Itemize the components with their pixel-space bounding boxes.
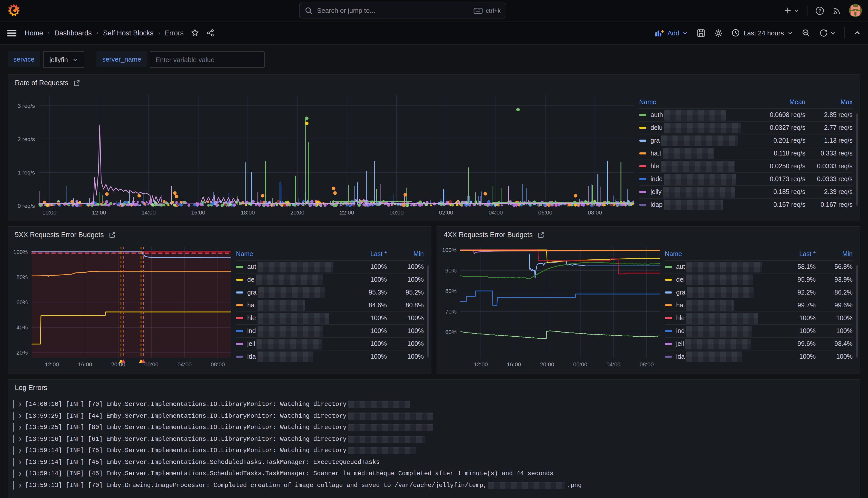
expand-log-icon[interactable]: ❯ bbox=[18, 413, 25, 419]
search-input[interactable]: Search or jump to... ctrl+k bbox=[299, 3, 506, 18]
breadcrumb-item[interactable]: Self Host Blocks bbox=[103, 29, 153, 37]
rate-of-requests-chart[interactable]: 0 req/s1 req/s2 req/s3 req/s10:0012:0014… bbox=[8, 91, 639, 219]
save-dashboard-button[interactable] bbox=[697, 28, 705, 37]
add-panel-button[interactable]: Add bbox=[655, 29, 688, 37]
log-line[interactable]: ❯[13:59:14] [INF] [45] Emby.Server.Imple… bbox=[11, 468, 855, 480]
legend-series-gra[interactable]: gra bbox=[639, 134, 750, 147]
log-line[interactable]: ❯[13:59:14] [INF] [45] Emby.Server.Imple… bbox=[11, 456, 855, 468]
legend-column-header[interactable]: Name bbox=[236, 249, 350, 260]
avatar[interactable] bbox=[849, 4, 862, 17]
legend-series-hle[interactable]: hle bbox=[639, 160, 750, 172]
legend-series-de[interactable]: de bbox=[236, 273, 350, 286]
svg-text:00:00: 00:00 bbox=[573, 361, 587, 368]
legend-series-aut[interactable]: aut bbox=[236, 260, 350, 273]
svg-text:08:00: 08:00 bbox=[639, 361, 654, 368]
legend-column-header[interactable]: Last * bbox=[779, 249, 816, 260]
5xx-error-budgets-chart[interactable]: 20%40%60%80%100%12:0016:0020:0000:0004:0… bbox=[8, 243, 236, 371]
svg-text:10:00: 10:00 bbox=[42, 209, 56, 216]
legend-series-gra[interactable]: gra bbox=[665, 286, 779, 299]
zoom-out-button[interactable] bbox=[802, 28, 811, 37]
log-line[interactable]: ❯[14:00:10] [INF] [70] Emby.Server.Imple… bbox=[11, 399, 855, 410]
variable-service-value-dropdown[interactable]: jellyfin bbox=[43, 51, 84, 68]
series-color-swatch-icon bbox=[236, 317, 243, 319]
legend-column-header[interactable]: Name bbox=[665, 249, 779, 260]
legend-series-ldap[interactable]: ldap bbox=[639, 198, 750, 211]
legend-series-hle[interactable]: hle bbox=[236, 312, 350, 324]
legend-scrollbar[interactable] bbox=[856, 114, 858, 206]
expand-log-icon[interactable]: ❯ bbox=[18, 471, 25, 477]
log-line[interactable]: ❯[13:59:16] [INF] [61] Emby.Server.Imple… bbox=[11, 433, 855, 445]
share-button[interactable] bbox=[206, 29, 214, 37]
legend-column-header[interactable]: Max bbox=[805, 97, 853, 108]
series-name: de bbox=[247, 276, 254, 283]
help-icon[interactable]: ? bbox=[815, 6, 824, 15]
redacted-text bbox=[348, 424, 433, 431]
expand-log-icon[interactable]: ❯ bbox=[18, 448, 25, 454]
legend-series-ha.[interactable]: ha. bbox=[665, 299, 779, 312]
expand-log-icon[interactable]: ❯ bbox=[18, 436, 25, 442]
legend-series-lda[interactable]: lda bbox=[236, 350, 350, 363]
legend-series-hle[interactable]: hle bbox=[665, 312, 779, 324]
search-shortcut: ctrl+k bbox=[486, 7, 501, 14]
legend-column-header[interactable]: Name bbox=[639, 97, 750, 108]
log-line[interactable]: ❯[13:59:25] [INF] [44] Emby.Server.Imple… bbox=[11, 410, 855, 422]
log-line[interactable]: ❯[13:59:14] [INF] [75] Emby.Server.Imple… bbox=[11, 445, 855, 456]
legend-scrollbar[interactable] bbox=[427, 265, 429, 358]
favorite-star-button[interactable] bbox=[191, 29, 199, 37]
expand-log-icon[interactable]: ❯ bbox=[18, 402, 25, 408]
legend-series-jell[interactable]: jell bbox=[236, 337, 350, 350]
redacted-text bbox=[256, 274, 323, 285]
clock-icon bbox=[732, 29, 740, 37]
legend-series-gra[interactable]: gra bbox=[236, 286, 350, 299]
legend-series-auth[interactable]: auth bbox=[639, 108, 750, 121]
legend-column-header[interactable]: Min bbox=[816, 249, 853, 260]
legend-series-ind[interactable]: ind bbox=[665, 324, 779, 337]
legend-column-header[interactable]: Mean bbox=[750, 97, 805, 108]
breadcrumb-item[interactable]: Dashboards bbox=[54, 29, 92, 37]
legend-value: 0.167 req/s bbox=[750, 198, 805, 211]
legend-value: 58.1% bbox=[779, 260, 816, 273]
breadcrumb-item[interactable]: Errors bbox=[165, 29, 184, 37]
chevron-down-icon bbox=[787, 30, 793, 36]
legend-series-aut[interactable]: aut bbox=[665, 260, 779, 273]
time-range-picker[interactable]: Last 24 hours bbox=[732, 29, 793, 37]
legend-series-lda[interactable]: lda bbox=[665, 350, 779, 363]
grafana-logo-icon[interactable] bbox=[6, 4, 22, 17]
refresh-button[interactable] bbox=[819, 28, 836, 37]
legend-series-del[interactable]: del bbox=[665, 273, 779, 286]
legend-series-jell[interactable]: jell bbox=[665, 337, 779, 350]
legend-series-delu[interactable]: delu bbox=[639, 121, 750, 134]
legend-series-jelly[interactable]: jelly bbox=[639, 185, 750, 198]
legend-scrollbar[interactable] bbox=[856, 265, 858, 358]
panel-5xx-error-budgets: 5XX Requests Error Budgets 20%40%60%80%1… bbox=[8, 226, 431, 374]
legend-series-ha.[interactable]: ha. bbox=[236, 299, 350, 312]
news-rss-icon[interactable] bbox=[832, 6, 841, 15]
legend-column-header[interactable]: Min bbox=[387, 249, 424, 260]
external-link-icon[interactable] bbox=[73, 79, 80, 87]
4xx-error-budgets-chart[interactable]: 60%70%80%90%100%12:0016:0020:0000:0004:0… bbox=[437, 243, 665, 371]
legend-value: 100% bbox=[779, 350, 816, 363]
legend-series-inde[interactable]: inde bbox=[639, 172, 750, 185]
legend-column-header[interactable]: Last * bbox=[350, 249, 387, 260]
external-link-icon[interactable] bbox=[537, 231, 545, 238]
log-line[interactable]: ❯[13:59:25] [INF] [80] Emby.Server.Imple… bbox=[11, 422, 855, 433]
expand-log-icon[interactable]: ❯ bbox=[18, 459, 25, 466]
panel-title: 4XX Requests Error Budgets bbox=[444, 231, 533, 239]
new-menu-button[interactable] bbox=[784, 7, 799, 14]
legend-series-ha.t[interactable]: ha.t bbox=[639, 147, 750, 160]
collapse-toolbar-button[interactable] bbox=[854, 30, 861, 36]
expand-log-icon[interactable]: ❯ bbox=[18, 482, 25, 488]
log-line[interactable]: ❯[13:59:13] [INF] [70] Emby.Drawing.Imag… bbox=[11, 480, 855, 491]
log-text: [13:59:14] [INF] [45] Emby.Server.Implem… bbox=[25, 470, 553, 477]
legend-value: 2.85 req/s bbox=[805, 108, 853, 121]
menu-toggle-button[interactable] bbox=[7, 29, 16, 37]
legend-value: 95.3% bbox=[350, 286, 387, 299]
log-level-bar bbox=[13, 470, 14, 478]
log-level-bar bbox=[13, 423, 14, 432]
external-link-icon[interactable] bbox=[108, 231, 116, 238]
variable-server-name-input[interactable] bbox=[150, 51, 265, 68]
dashboard-settings-button[interactable] bbox=[714, 28, 723, 37]
breadcrumb-item[interactable]: Home bbox=[25, 29, 43, 37]
legend-series-ind[interactable]: ind bbox=[236, 324, 350, 337]
expand-log-icon[interactable]: ❯ bbox=[18, 424, 25, 431]
